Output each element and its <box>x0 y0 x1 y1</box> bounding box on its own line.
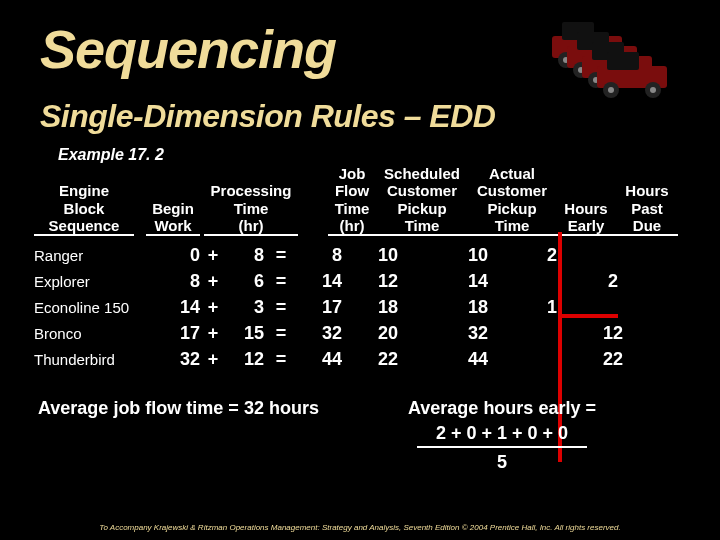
cell-begin: 8 <box>146 271 200 292</box>
avg-flow-time: Average job flow time = 32 hours <box>38 398 319 419</box>
cell-eq: = <box>264 323 298 344</box>
col-header-scheduled: Scheduled Customer Pickup Time <box>376 165 468 236</box>
svg-rect-19 <box>607 52 639 70</box>
fraction-line <box>417 446 587 448</box>
cell-plus: + <box>200 297 226 318</box>
col-header-early: Hours Early <box>556 200 616 237</box>
cell-begin: 14 <box>146 297 200 318</box>
cell-act: 44 <box>434 349 522 370</box>
table-row: Explorer8+6=1412142 <box>34 268 699 294</box>
col-header-begin: Begin Work <box>146 200 200 237</box>
cell-past: 12 <box>582 323 644 344</box>
cell-past: 2 <box>582 271 644 292</box>
col-header-engine: Engine Block Sequence <box>34 182 134 236</box>
cell-begin: 32 <box>146 349 200 370</box>
table-row: Bronco17+15=32203212 <box>34 320 699 346</box>
cell-sched: 10 <box>342 245 434 266</box>
cell-sched: 22 <box>342 349 434 370</box>
cell-flow: 14 <box>298 271 342 292</box>
cell-sched: 18 <box>342 297 434 318</box>
cell-eq: = <box>264 349 298 370</box>
footer-copyright: To Accompany Krajewski & Ritzman Operati… <box>0 523 720 532</box>
summary-block: Average job flow time = 32 hours Average… <box>38 398 688 419</box>
cell-engine: Explorer <box>34 273 146 290</box>
col-header-processing: Processing Time (hr) <box>204 182 298 236</box>
cell-plus: + <box>200 271 226 292</box>
cell-eq: = <box>264 271 298 292</box>
cell-engine: Econoline 150 <box>34 299 146 316</box>
cell-act: 32 <box>434 323 522 344</box>
cell-act: 18 <box>434 297 522 318</box>
table-row: Ranger0+8=810102 <box>34 242 699 268</box>
cell-proc: 15 <box>226 323 264 344</box>
table-row: Thunderbird32+12=44224422 <box>34 346 699 372</box>
cell-sched: 12 <box>342 271 434 292</box>
cell-begin: 17 <box>146 323 200 344</box>
cell-engine: Thunderbird <box>34 351 146 368</box>
cell-eq: = <box>264 297 298 318</box>
cars-graphic <box>512 20 702 100</box>
cell-engine: Ranger <box>34 247 146 264</box>
cell-proc: 3 <box>226 297 264 318</box>
slide-title: Sequencing <box>40 18 336 80</box>
cell-plus: + <box>200 245 226 266</box>
avg-early-denominator: 5 <box>408 452 596 473</box>
data-table: Engine Block Sequence Begin Work Process… <box>34 162 699 372</box>
svg-point-23 <box>650 87 656 93</box>
cell-flow: 44 <box>298 349 342 370</box>
avg-early-numerator: 2 + 0 + 1 + 0 + 0 <box>408 423 596 444</box>
slide-subtitle: Single-Dimension Rules – EDD <box>40 98 495 135</box>
col-header-flow: Job Flow Time (hr) <box>328 165 376 236</box>
cell-act: 14 <box>434 271 522 292</box>
cell-proc: 6 <box>226 271 264 292</box>
cell-act: 10 <box>434 245 522 266</box>
col-header-past: Hours Past Due <box>616 182 678 236</box>
cell-flow: 17 <box>298 297 342 318</box>
cell-early: 2 <box>522 245 582 266</box>
annotation-line-horizontal <box>558 314 618 318</box>
avg-early-label: Average hours early = <box>408 398 596 419</box>
cell-proc: 8 <box>226 245 264 266</box>
cell-flow: 8 <box>298 245 342 266</box>
cell-proc: 12 <box>226 349 264 370</box>
cell-begin: 0 <box>146 245 200 266</box>
table-header-row: Engine Block Sequence Begin Work Process… <box>34 162 699 236</box>
cell-flow: 32 <box>298 323 342 344</box>
cell-plus: + <box>200 323 226 344</box>
col-header-actual: Actual Customer Pickup Time <box>468 165 556 236</box>
cell-sched: 20 <box>342 323 434 344</box>
cell-engine: Bronco <box>34 325 146 342</box>
cell-plus: + <box>200 349 226 370</box>
cell-eq: = <box>264 245 298 266</box>
svg-point-22 <box>608 87 614 93</box>
avg-hours-early: Average hours early = 2 + 0 + 1 + 0 + 0 … <box>408 398 596 473</box>
cell-past: 22 <box>582 349 644 370</box>
